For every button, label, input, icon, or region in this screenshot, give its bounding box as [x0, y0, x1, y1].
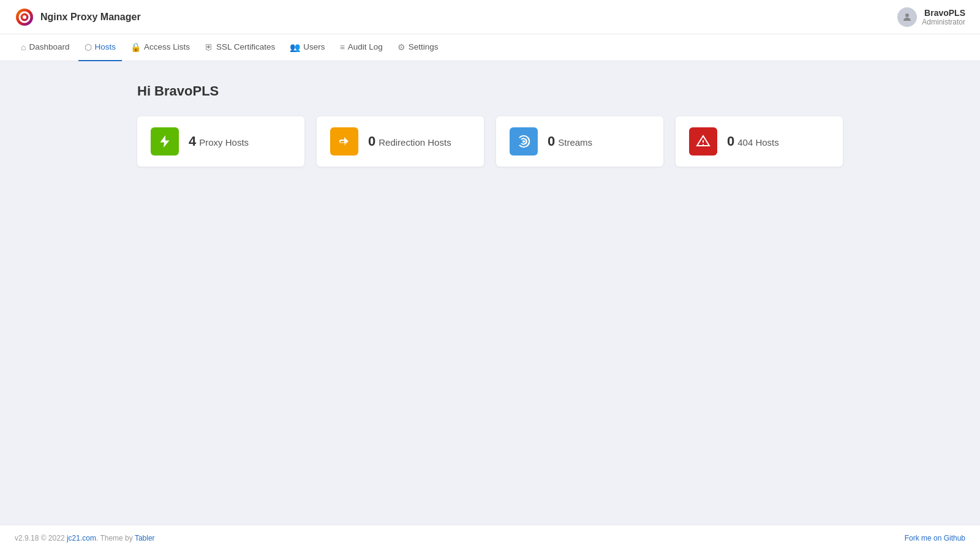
nav-item-users[interactable]: 👥 Users	[284, 34, 331, 61]
shield-icon: ⛨	[205, 42, 213, 52]
svg-point-3	[905, 13, 909, 17]
proxy-hosts-label: Proxy Hosts	[199, 137, 249, 148]
streams-count: 0	[548, 133, 555, 149]
page-greeting: Hi BravoPLS	[137, 83, 843, 99]
main-nav: ⌂ Dashboard ⬡ Hosts 🔒 Access Lists ⛨ SSL…	[0, 34, 980, 61]
svg-point-6	[703, 144, 704, 145]
nav-label-ssl-certificates: SSL Certificates	[216, 42, 275, 51]
footer-version: v2.9.18 © 2022 jc21.com. Theme by Tabler	[15, 534, 155, 542]
streams-label: Streams	[558, 137, 592, 148]
svg-point-4	[522, 140, 525, 143]
proxy-hosts-text: 4 Proxy Hosts	[189, 133, 249, 149]
app-title: Nginx Proxy Manager	[40, 12, 141, 23]
users-icon: 👥	[290, 42, 300, 52]
svg-point-2	[23, 15, 26, 19]
redirection-hosts-count: 0	[368, 133, 375, 149]
nav-label-users: Users	[303, 42, 325, 51]
nav-item-ssl-certificates[interactable]: ⛨ SSL Certificates	[198, 34, 281, 61]
footer-tabler-link[interactable]: Tabler	[135, 534, 155, 542]
streams-icon	[516, 134, 531, 149]
bolt-icon	[157, 134, 172, 149]
app-footer: v2.9.18 © 2022 jc21.com. Theme by Tabler…	[0, 525, 980, 551]
footer-github-link[interactable]: Fork me on Github	[905, 534, 965, 542]
footer-jc21-link[interactable]: jc21.com	[67, 534, 96, 542]
nav-label-dashboard: Dashboard	[29, 42, 69, 51]
card-redirection-hosts[interactable]: 0 Redirection Hosts	[317, 116, 484, 167]
stats-cards-row: 4 Proxy Hosts 0 Redirection Hosts	[137, 116, 843, 167]
nav-label-hosts: Hosts	[95, 42, 116, 51]
card-proxy-hosts[interactable]: 4 Proxy Hosts	[137, 116, 304, 167]
card-streams[interactable]: 0 Streams	[496, 116, 663, 167]
redirection-hosts-icon-wrap	[330, 127, 358, 156]
user-role: Administrator	[922, 18, 965, 26]
redirection-hosts-label: Redirection Hosts	[379, 137, 451, 148]
nav-item-dashboard[interactable]: ⌂ Dashboard	[15, 34, 76, 61]
404-hosts-label: 404 Hosts	[737, 137, 779, 148]
404-icon	[696, 134, 710, 149]
nav-item-settings[interactable]: ⚙ Settings	[391, 34, 445, 61]
server-icon: ⬡	[85, 42, 92, 52]
nav-item-access-lists[interactable]: 🔒 Access Lists	[124, 34, 196, 61]
avatar	[897, 7, 917, 27]
redirect-icon	[337, 134, 352, 149]
header-user-area[interactable]: BravoPLS Administrator	[897, 7, 965, 27]
streams-text: 0 Streams	[548, 133, 592, 149]
user-info: BravoPLS Administrator	[922, 8, 965, 26]
nav-item-hosts[interactable]: ⬡ Hosts	[78, 34, 123, 61]
app-header: Nginx Proxy Manager BravoPLS Administrat…	[0, 0, 980, 34]
nav-item-audit-log[interactable]: ≡ Audit Log	[334, 34, 389, 61]
app-logo-icon	[15, 7, 34, 27]
proxy-hosts-icon-wrap	[151, 127, 179, 156]
proxy-hosts-count: 4	[189, 133, 196, 149]
404-hosts-icon-wrap	[689, 127, 717, 156]
main-content: Hi BravoPLS 4 Proxy Hosts 0	[123, 61, 858, 525]
nav-label-settings: Settings	[409, 42, 439, 51]
card-404-hosts[interactable]: 0 404 Hosts	[676, 116, 843, 167]
nav-label-audit-log: Audit Log	[348, 42, 383, 51]
redirection-hosts-text: 0 Redirection Hosts	[368, 133, 451, 149]
404-hosts-count: 0	[727, 133, 734, 149]
header-logo-area: Nginx Proxy Manager	[15, 7, 141, 27]
list-icon: ≡	[340, 42, 345, 52]
nav-label-access-lists: Access Lists	[144, 42, 190, 51]
gear-icon: ⚙	[398, 42, 405, 52]
user-name: BravoPLS	[922, 8, 965, 18]
streams-icon-wrap	[510, 127, 538, 156]
lock-icon: 🔒	[130, 42, 141, 52]
404-hosts-text: 0 404 Hosts	[727, 133, 779, 149]
home-icon: ⌂	[21, 42, 26, 52]
